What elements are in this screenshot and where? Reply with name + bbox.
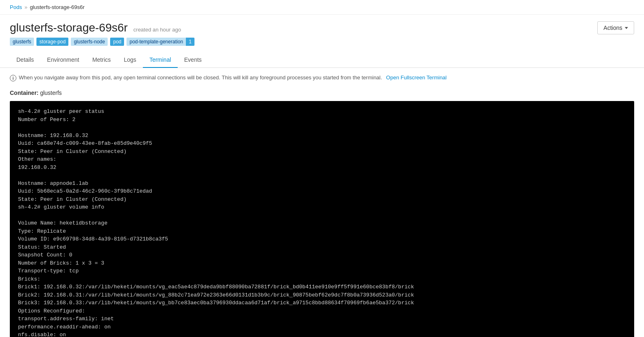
info-text: When you navigate away from this pod, an… xyxy=(19,74,382,81)
terminal-output[interactable]: sh-4.2# gluster peer status Number of Pe… xyxy=(10,101,634,337)
title-row: glusterfs-storage-69s6r created an hour … xyxy=(10,21,194,34)
info-banner: i When you navigate away from this pod, … xyxy=(0,68,644,88)
actions-label: Actions xyxy=(603,25,622,31)
tab-events[interactable]: Events xyxy=(178,52,208,68)
tab-logs[interactable]: Logs xyxy=(118,52,143,68)
tags-container: glusterfs storage-pod glusterfs-node pod… xyxy=(10,38,194,46)
tabs-container: Details Environment Metrics Logs Termina… xyxy=(0,52,644,68)
page-header: glusterfs-storage-69s6r created an hour … xyxy=(0,15,644,51)
tab-details[interactable]: Details xyxy=(10,52,41,68)
page-title: glusterfs-storage-69s6r xyxy=(10,21,128,34)
breadcrumb-separator: » xyxy=(25,4,27,10)
breadcrumb-pods-link[interactable]: Pods xyxy=(10,4,22,10)
tag-pod-template-generation: pod-template-generation 1 xyxy=(127,38,194,46)
tag-storage-pod-key: storage-pod xyxy=(36,38,68,46)
tag-pod-template-generation-value: 1 xyxy=(186,38,194,46)
page-header-left: glusterfs-storage-69s6r created an hour … xyxy=(10,21,194,46)
container-label-row: Container: glusterfs xyxy=(0,88,644,101)
tab-environment[interactable]: Environment xyxy=(41,52,86,68)
tag-pod-key: pod xyxy=(110,38,124,46)
tab-terminal[interactable]: Terminal xyxy=(143,52,178,68)
container-label: Container: xyxy=(10,90,38,96)
tab-metrics[interactable]: Metrics xyxy=(86,52,117,68)
breadcrumb: Pods » glusterfs-storage-69s6r xyxy=(0,0,644,15)
tag-glusterfs-node: glusterfs-node xyxy=(71,38,108,46)
tag-glusterfs-key: glusterfs xyxy=(10,38,34,46)
info-icon: i xyxy=(10,75,16,81)
tag-storage-pod: storage-pod xyxy=(36,38,68,46)
tag-glusterfs: glusterfs xyxy=(10,38,34,46)
breadcrumb-current: glusterfs-storage-69s6r xyxy=(30,4,85,10)
tag-pod-template-generation-key: pod-template-generation xyxy=(127,38,186,46)
chevron-down-icon xyxy=(625,27,628,29)
tag-glusterfs-node-key: glusterfs-node xyxy=(71,38,108,46)
created-timestamp: created an hour ago xyxy=(133,27,181,33)
fullscreen-terminal-link[interactable]: Open Fullscreen Terminal xyxy=(386,74,447,81)
actions-button[interactable]: Actions xyxy=(597,21,634,34)
tag-pod: pod xyxy=(110,38,124,46)
container-name: glusterfs xyxy=(40,90,62,96)
